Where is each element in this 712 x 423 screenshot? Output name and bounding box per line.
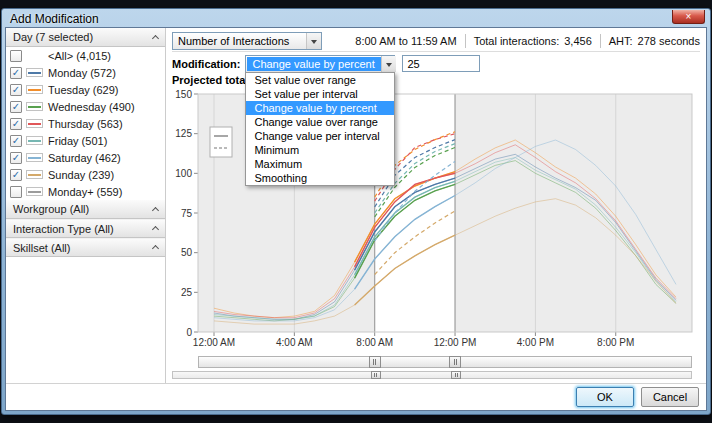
day-list-item[interactable]: <All> (4,015): [6, 47, 165, 64]
day-label: Friday (501): [48, 135, 107, 147]
svg-text:150: 150: [175, 89, 192, 100]
day-checkbox[interactable]: ✓: [10, 169, 22, 181]
day-label: Sunday (239): [48, 169, 114, 181]
top-toolbar: Number of Interactions 8:00 AM to 11:59 …: [172, 31, 700, 52]
menu-item[interactable]: Smoothing: [246, 171, 394, 185]
dialog-footer: OK Cancel: [6, 383, 706, 410]
day-checkbox[interactable]: ✓: [10, 84, 22, 96]
day-section-header[interactable]: Day (7 selected): [6, 28, 165, 47]
add-modification-dialog: Add Modification × Day (7 selected) <All…: [1, 8, 711, 415]
chevron-up-icon: [152, 226, 159, 233]
series-color-swatch: [26, 153, 43, 162]
close-icon[interactable]: ×: [672, 10, 705, 24]
svg-text:4:00 AM: 4:00 AM: [276, 337, 313, 348]
chevron-up-icon: [152, 245, 159, 252]
day-list-item[interactable]: ✓Wednesday (490): [6, 98, 165, 115]
grip-icon: [374, 373, 377, 377]
day-label: Wednesday (490): [48, 101, 135, 113]
zoom-handle-end[interactable]: [451, 371, 461, 379]
chevron-down-icon: [381, 56, 396, 72]
menu-item[interactable]: Change value over range: [246, 115, 394, 129]
range-slider-handle-start[interactable]: [369, 356, 381, 368]
modification-type-value: Change value by percent: [247, 57, 380, 71]
chevron-down-icon: [306, 33, 321, 49]
zoom-scrollbar[interactable]: [172, 371, 692, 379]
day-label: Saturday (462): [48, 152, 121, 164]
svg-text:12:00 AM: 12:00 AM: [193, 337, 235, 348]
day-list-item[interactable]: ✓Monday (572): [6, 64, 165, 81]
svg-text:12:00 PM: 12:00 PM: [434, 337, 477, 348]
day-checkbox[interactable]: [10, 50, 22, 62]
svg-text:100: 100: [175, 168, 192, 179]
modification-row: Modification: Change value by percent Se…: [172, 54, 700, 73]
menu-item[interactable]: Maximum: [246, 157, 394, 171]
section-label: Skillset (All): [13, 242, 70, 254]
menu-item[interactable]: Change value per interval: [246, 129, 394, 143]
modification-label: Modification:: [172, 58, 240, 70]
day-checkbox[interactable]: ✓: [10, 152, 22, 164]
menu-item[interactable]: Minimum: [246, 143, 394, 157]
dialog-titlebar[interactable]: Add Modification ×: [5, 10, 707, 27]
divider: [600, 34, 601, 48]
dialog-content: Day (7 selected) <All> (4,015)✓Monday (5…: [5, 27, 707, 411]
total-interactions-value: 3,456: [564, 35, 592, 47]
day-checkbox[interactable]: [10, 186, 22, 198]
aht-label: AHT:: [609, 35, 633, 47]
modification-type-menu: Set value over rangeSet value per interv…: [245, 72, 395, 186]
day-list-item[interactable]: ✓Tuesday (629): [6, 81, 165, 98]
svg-text:50: 50: [181, 247, 193, 258]
percent-value-input[interactable]: [402, 55, 480, 72]
series-color-swatch: [26, 85, 43, 94]
series-color-swatch: [26, 170, 43, 179]
svg-text:0: 0: [186, 327, 192, 338]
time-range-text: 8:00 AM to 11:59 AM: [355, 35, 456, 47]
metric-dropdown[interactable]: Number of Interactions: [172, 32, 322, 50]
modification-type-dropdown[interactable]: Change value by percent: [245, 55, 395, 73]
day-list-item[interactable]: ✓Friday (501): [6, 132, 165, 149]
total-interactions-label: Total interactions:: [474, 35, 560, 47]
day-checkbox[interactable]: ✓: [10, 118, 22, 130]
menu-item[interactable]: Set value per interval: [246, 87, 394, 101]
day-list-item[interactable]: Monday+ (559): [6, 183, 165, 200]
svg-text:75: 75: [181, 208, 193, 219]
range-slider-handle-end[interactable]: [449, 356, 461, 368]
svg-text:125: 125: [175, 128, 192, 139]
series-color-swatch: [26, 136, 43, 145]
day-label: Monday+ (559): [48, 186, 122, 198]
chevron-up-icon: [152, 206, 159, 213]
series-color-swatch: [26, 102, 43, 111]
day-list-item[interactable]: ✓Sunday (239): [6, 166, 165, 183]
sidebar-section-header[interactable]: Skillset (All): [6, 238, 165, 257]
day-list-item[interactable]: ✓Thursday (563): [6, 115, 165, 132]
cancel-button[interactable]: Cancel: [641, 387, 699, 407]
day-label: Thursday (563): [48, 118, 123, 130]
day-checkbox[interactable]: ✓: [10, 67, 22, 79]
series-color-swatch: [26, 187, 43, 196]
dialog-title: Add Modification: [5, 12, 99, 26]
sidebar-section-header[interactable]: Workgroup (All): [6, 200, 165, 219]
aht-value: 278 seconds: [638, 35, 700, 47]
day-checkbox[interactable]: ✓: [10, 101, 22, 113]
chevron-up-icon: [152, 34, 159, 41]
grip-icon: [373, 359, 376, 365]
filter-sidebar: Day (7 selected) <All> (4,015)✓Monday (5…: [6, 28, 166, 383]
menu-item[interactable]: Set value over range: [246, 73, 394, 87]
day-section-label: Day (7 selected): [13, 31, 93, 43]
grip-icon: [454, 359, 457, 365]
series-color-swatch: [26, 119, 43, 128]
svg-text:8:00 AM: 8:00 AM: [356, 337, 393, 348]
range-slider[interactable]: [198, 356, 692, 368]
ok-button[interactable]: OK: [576, 387, 634, 407]
section-label: Interaction Type (All): [13, 223, 114, 235]
day-list-item[interactable]: ✓Saturday (462): [6, 149, 165, 166]
day-checkbox[interactable]: ✓: [10, 135, 22, 147]
menu-item[interactable]: Change value by percent: [246, 101, 394, 115]
svg-text:4:00 PM: 4:00 PM: [517, 337, 554, 348]
day-label: <All> (4,015): [48, 50, 111, 62]
zoom-handle-start[interactable]: [371, 371, 381, 379]
day-label: Monday (572): [48, 67, 116, 79]
day-list: <All> (4,015)✓Monday (572)✓Tuesday (629)…: [6, 47, 165, 200]
main-panel: Number of Interactions 8:00 AM to 11:59 …: [166, 28, 706, 383]
sidebar-section-header[interactable]: Interaction Type (All): [6, 219, 165, 238]
section-label: Workgroup (All): [13, 203, 89, 215]
